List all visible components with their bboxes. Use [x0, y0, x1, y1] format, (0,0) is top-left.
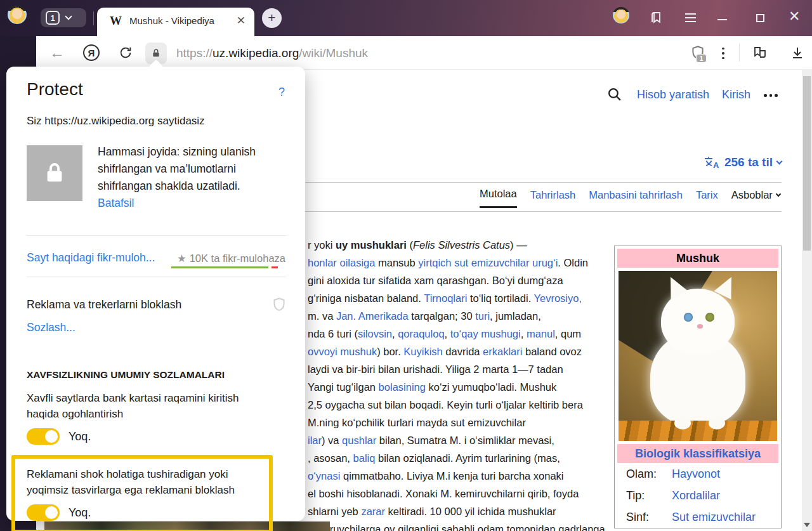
lock-icon — [27, 145, 82, 201]
minimize-button[interactable] — [717, 19, 727, 20]
article-text: ) — — [510, 239, 527, 251]
article-line: , asosan, baliq bilan oziqlanadi. Ayrim … — [308, 449, 605, 467]
divider — [27, 235, 286, 236]
article-link[interactable]: qoraquloq — [398, 328, 444, 339]
article-text: mansub — [375, 257, 418, 268]
login-link[interactable]: Kirish — [722, 88, 750, 102]
wiki-tab-mutolaa[interactable]: Mutolaa — [480, 188, 517, 208]
article-link[interactable]: ilar — [308, 435, 322, 446]
article-text: ( — [407, 239, 413, 251]
article-link[interactable]: yirtqich sut emizuvchilar urug‘i — [418, 257, 558, 268]
article-text: davrida — [443, 346, 483, 357]
security-toggle-item-1: Xavfli saytlarda bank kartasi raqamini k… — [6, 388, 305, 450]
article-link[interactable]: to‘qay mushugi — [450, 328, 521, 339]
article-text: , jumladan, — [490, 310, 541, 322]
back-button[interactable]: ← — [48, 44, 66, 62]
yandex-icon[interactable]: Я — [83, 44, 100, 61]
wiki-tab-label: Tarix — [696, 189, 718, 201]
adblock-settings-link[interactable]: Sozlash... — [27, 321, 75, 334]
article-link[interactable]: erkaklari — [483, 346, 522, 357]
article-text: , qum — [555, 328, 581, 339]
tab-separator — [93, 11, 94, 25]
scrollbar-thumb[interactable] — [803, 76, 811, 251]
wiki-tab-tahrirlash[interactable]: Tahrirlash — [530, 188, 576, 208]
article-link[interactable]: bolasining — [379, 381, 426, 393]
article-link[interactable]: ovvoyi mushuk — [308, 346, 377, 357]
article-text: kemiruvchilarga ov qilganligi sababli od… — [308, 523, 605, 531]
infobox-row: Tip:Xordalilar — [617, 485, 778, 506]
scrollbar-down-arrow[interactable] — [804, 523, 810, 527]
article-line: shlarni yeb zarar keltiradi. 10 000 yil … — [308, 502, 605, 520]
article-link[interactable]: turi — [475, 310, 490, 322]
article-line: gini aloxida tur sifatida xam qarashgan.… — [308, 272, 605, 289]
browser-window: 1 W Mushuk - Vikipediya ✕ + ✕ ← Я — [0, 0, 812, 531]
collections-icon[interactable] — [750, 44, 769, 63]
article-link[interactable]: honlar oilasiga — [308, 257, 375, 268]
article-text: qimmatbaho. Liviya M.i kenja turi barcha… — [340, 470, 563, 482]
article-text: uy mushuklari — [336, 239, 407, 251]
article-link[interactable]: o‘ynasi — [308, 470, 340, 482]
tab-group-count: 1 — [46, 11, 60, 25]
language-selector[interactable]: A 256 ta til — [704, 155, 782, 169]
download-icon[interactable] — [789, 44, 806, 62]
toolbar-separator — [739, 44, 740, 62]
article-link[interactable]: zarar — [361, 506, 385, 517]
article-text: gini aloxida tur sifatida xam qarashgan.… — [308, 275, 563, 286]
infobox-row-label: Olam: — [626, 468, 672, 481]
new-tab-button[interactable]: + — [262, 8, 282, 28]
article-line: M.ning ko‘pchilik turlari mayda sut emiz… — [308, 414, 605, 431]
tab-group-chip[interactable]: 1 — [41, 8, 86, 27]
infobox-row-link[interactable]: Xordalilar — [672, 489, 720, 502]
infobox-rows: Olam:HayvonotTip:XordalilarSinf:Sut emiz… — [617, 463, 778, 528]
rating-summary: ★10K ta fikr-mulohaza — [177, 252, 285, 265]
more-menu-icon[interactable] — [764, 94, 778, 97]
article-line: o‘ynasi qimmatbaho. Liviya M.i kenja tur… — [308, 467, 605, 485]
article-link[interactable]: Kuyikish — [403, 346, 442, 357]
tab-close-icon[interactable]: ✕ — [237, 15, 246, 26]
wiki-tab-manbasini-tahrirlash[interactable]: Manbasini tahrirlash — [589, 188, 683, 208]
protect-help-link[interactable]: ? — [278, 86, 285, 99]
search-icon[interactable] — [606, 86, 622, 102]
article-text: tarqalgan; 30 — [409, 310, 476, 322]
profile-avatar[interactable] — [8, 5, 27, 24]
article-link[interactable]: silovsin — [358, 328, 392, 339]
create-account-link[interactable]: Hisob yaratish — [637, 88, 709, 102]
wiki-tab-label: Tahrirlash — [530, 189, 576, 201]
refresh-button[interactable] — [117, 44, 134, 61]
toggle-row: Yoq. — [27, 428, 285, 445]
article-text: bilan, Sumatra M. i o‘simliklar mevasi, — [376, 435, 554, 446]
toggle-switch-on[interactable] — [27, 504, 60, 521]
kitten-photo[interactable] — [619, 271, 777, 441]
security-toggle-list: Xavfli saytlarda bank kartasi raqamini k… — [6, 388, 305, 531]
article-text: bilan oziqlanadi. Ayrim turlarining (mas… — [375, 452, 560, 464]
article-link[interactable]: baliq — [353, 452, 376, 464]
article-link[interactable]: qushlar — [342, 435, 376, 446]
wiki-tab-asboblar[interactable]: Asboblar — [731, 188, 780, 208]
bookmarks-icon[interactable] — [649, 10, 664, 25]
infobox-row-link[interactable]: Hayvonot — [672, 468, 720, 481]
toolbar-more-icon[interactable] — [721, 45, 725, 62]
infobox-row-link[interactable]: Sut emizuvchilar — [672, 511, 756, 524]
article-line: 2,5 oygacha sut bilan boqadi. Keyin turl… — [308, 396, 605, 414]
browser-tab[interactable]: W Mushuk - Vikipediya ✕ — [97, 8, 254, 36]
details-link[interactable]: Batafsil — [98, 197, 134, 210]
article-line: el boshi hisoblanadi. Xonaki M. kemiruvc… — [308, 485, 605, 502]
star-icon: ★ — [177, 252, 187, 264]
maximize-button[interactable] — [756, 14, 764, 22]
infobox: Mushuk Biologik klassifikatsiya Olam:Hay… — [614, 246, 782, 528]
article-link[interactable]: manul — [527, 328, 555, 339]
site-feedback-link[interactable]: Sayt haqidagi fikr-muloh... — [27, 251, 155, 265]
rating-bar-positive — [171, 266, 268, 268]
toggle-switch-on[interactable] — [27, 428, 60, 445]
page-scrollbar[interactable] — [802, 70, 812, 531]
article-link[interactable]: Yevrosiyo, — [534, 292, 582, 304]
menu-icon[interactable] — [685, 13, 696, 25]
article-text: keltiradi. 10 000 yil ichida mushuklar — [385, 506, 556, 517]
sync-avatar[interactable] — [613, 7, 629, 23]
article-link[interactable]: Tirnoqlari — [424, 292, 467, 304]
address-bar[interactable]: https://uz.wikipedia.org/wiki/Mushuk — [176, 46, 368, 60]
close-button[interactable]: ✕ — [789, 8, 800, 25]
article-text: . Oldin — [558, 257, 588, 268]
wiki-tab-tarix[interactable]: Tarix — [696, 188, 718, 208]
article-link[interactable]: Jan. Amerikada — [336, 310, 409, 322]
